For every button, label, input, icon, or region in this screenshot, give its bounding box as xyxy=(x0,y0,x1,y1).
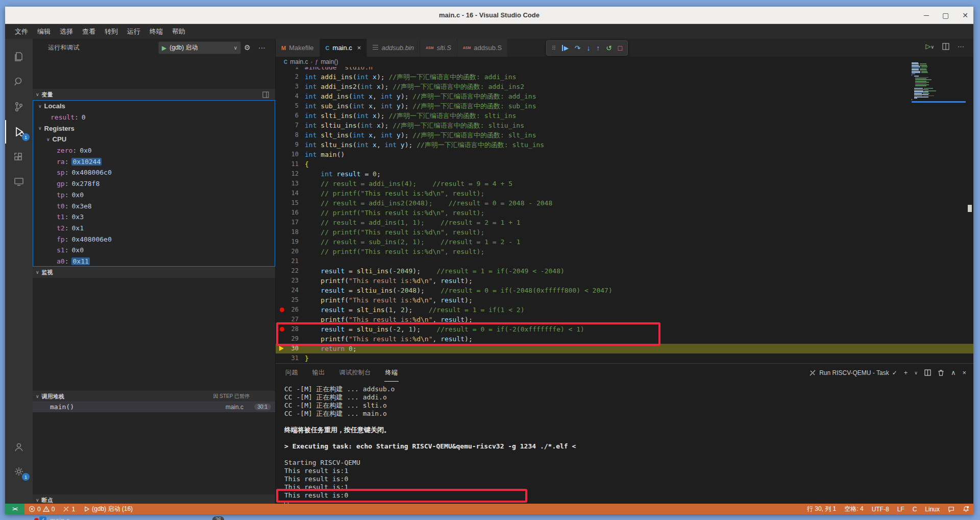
breakpoint-checkbox[interactable]: ✓ xyxy=(39,516,46,520)
variables-section-header[interactable]: ∨ 变量 xyxy=(33,89,275,100)
run-and-debug-icon[interactable]: 1 xyxy=(5,120,33,144)
debug-config-dropdown[interactable]: ▶ (gdb) 启动 ∨ xyxy=(158,41,241,54)
terminal-task-label[interactable]: Run RISCV-QEMU - Task ✓ xyxy=(809,369,897,376)
code-line[interactable]: 30 return 0; xyxy=(276,344,973,353)
stack-frame-row[interactable]: main() main.c 30:1 xyxy=(33,401,275,412)
menu-item[interactable]: 文件 xyxy=(10,25,33,38)
code-line[interactable]: 15 // result = addi_ins2(2048); //result… xyxy=(276,198,973,208)
code-line[interactable]: 11{ xyxy=(276,159,973,169)
variable-row-t2[interactable]: t2:0x1 xyxy=(33,223,275,234)
code-line[interactable]: 6int slti_ins(int x); //声明一下汇编语言中的函数: sl… xyxy=(276,111,973,121)
variables-group-CPU[interactable]: ∨CPU xyxy=(33,134,275,145)
status-item[interactable]: 空格: 4 xyxy=(840,504,867,514)
menu-item[interactable]: 帮助 xyxy=(167,25,190,38)
menu-item[interactable]: 转到 xyxy=(100,25,122,38)
code-line[interactable]: 13 // result = addi_ins(4); //result = 9… xyxy=(276,179,973,188)
step-over-icon[interactable]: ↷ xyxy=(575,44,581,52)
code-line[interactable]: 16 // printf("This result is:%d\n", resu… xyxy=(276,208,973,218)
variable-row-zero[interactable]: zero:0x0 xyxy=(33,145,275,156)
feedback-icon[interactable] xyxy=(944,504,959,514)
explorer-icon[interactable] xyxy=(5,45,33,68)
remote-indicator[interactable]: >< xyxy=(5,504,24,514)
status-item[interactable]: C xyxy=(909,504,921,514)
code-line[interactable]: 9int sltu_ins(int x, int y); //声明一下汇编语言中… xyxy=(276,140,973,150)
debug-session-status[interactable]: (gdb) 启动 (16) xyxy=(79,504,137,514)
menu-item[interactable]: 选择 xyxy=(55,25,78,38)
run-file-icon[interactable]: ▷∨ xyxy=(925,42,934,50)
code-line[interactable]: 18 // printf("This result is:%d\n", resu… xyxy=(276,227,973,237)
code-line[interactable]: 7int sltiu_ins(int x); //声明一下汇编语言中的函数: s… xyxy=(276,121,973,130)
menu-item[interactable]: 编辑 xyxy=(33,25,55,38)
variable-row-sp[interactable]: sp:0x408006c0 xyxy=(33,167,275,178)
code-line[interactable]: 10int main() xyxy=(276,150,973,159)
tab-addsub.S[interactable]: ASMaddsub.S xyxy=(457,39,508,57)
code-line[interactable]: 1#include "stdio.h" xyxy=(276,67,973,72)
accounts-icon[interactable] xyxy=(5,435,33,459)
source-control-icon[interactable] xyxy=(5,95,33,119)
variable-row-tp[interactable]: tp:0x0 xyxy=(33,190,275,201)
tab-Makefile[interactable]: MMakefile xyxy=(276,39,320,57)
menu-item[interactable]: 运行 xyxy=(122,25,145,38)
code-line[interactable]: 4int add_ins(int x, int y); //声明一下汇编语言中的… xyxy=(276,91,973,101)
tab-slti.S[interactable]: ASMslti.S xyxy=(420,39,457,57)
close-icon[interactable]: ✕ xyxy=(962,11,968,19)
variable-row-t0[interactable]: t0:0x3e8 xyxy=(33,200,275,211)
variables-group-Locals[interactable]: ∨Locals xyxy=(33,101,275,112)
code-line[interactable]: 2int addi_ins(int x); //声明一下汇编语言中的函数: ad… xyxy=(276,72,973,82)
code-line[interactable]: 3int addi_ins2(int x); //声明一下汇编语言中的函数: a… xyxy=(276,82,973,91)
status-item[interactable]: LF xyxy=(893,504,909,514)
variable-row-t1[interactable]: t1:0x3 xyxy=(33,211,275,223)
close-tab-icon[interactable]: × xyxy=(357,44,361,52)
drag-grip-icon[interactable]: ⠿ xyxy=(552,45,556,51)
maximize-panel-icon[interactable]: ∧ xyxy=(951,369,956,376)
search-icon[interactable] xyxy=(5,70,33,93)
code-line[interactable]: 23 printf("This result is:%d\n", result)… xyxy=(276,276,973,286)
remote-explorer-icon[interactable] xyxy=(5,170,33,194)
code-line[interactable]: 27 printf("This result is:%d\n", result)… xyxy=(276,315,973,324)
variable-row-ra[interactable]: ra:0x10244 xyxy=(33,156,275,167)
minimize-icon[interactable]: ─ xyxy=(924,11,929,19)
more-actions-icon[interactable]: ··· xyxy=(258,43,265,52)
code-line[interactable]: 31} xyxy=(276,353,973,363)
code-editor[interactable]: 1#include "stdio.h"2int addi_ins(int x);… xyxy=(276,67,973,363)
variable-row-result[interactable]: result:0 xyxy=(33,112,275,123)
notifications-bell-icon[interactable] xyxy=(959,504,973,514)
debug-gear-icon[interactable]: ⚙ xyxy=(244,43,251,52)
open-panel-icon[interactable] xyxy=(262,91,269,98)
variable-row-a0[interactable]: a0:0x11 xyxy=(33,256,275,267)
more-actions-icon[interactable]: ··· xyxy=(958,42,964,50)
status-item[interactable]: 行 30, 列 1 xyxy=(803,504,840,514)
stop-icon[interactable]: □ xyxy=(618,44,622,52)
code-line[interactable]: 21 xyxy=(276,256,973,266)
continue-icon[interactable]: ▶ xyxy=(562,45,569,51)
panel-tab-问题[interactable]: 问题 xyxy=(284,364,299,381)
code-line[interactable]: 25 printf("This result is:%d\n", result)… xyxy=(276,295,973,305)
code-line[interactable]: 22 result = slti_ins(-2049); //result = … xyxy=(276,266,973,276)
code-line[interactable]: 14 // printf("This result is:%d\n", resu… xyxy=(276,188,973,198)
code-line[interactable]: 20 // printf("This result is:%d\n", resu… xyxy=(276,247,973,256)
breadcrumb-file[interactable]: main.c xyxy=(290,58,308,65)
status-item[interactable]: Linux xyxy=(921,504,944,514)
variable-row-gp[interactable]: gp:0x278f8 xyxy=(33,178,275,190)
step-into-icon[interactable]: ↓ xyxy=(586,44,590,52)
new-terminal-icon[interactable]: + xyxy=(904,369,908,376)
tab-addsub.bin[interactable]: addsub.bin xyxy=(367,39,420,57)
terminal-output[interactable]: CC -[M] 正在构建 ... addsub.oCC -[M] 正在构建 ..… xyxy=(276,382,973,504)
breakpoint-row[interactable]: ✓main.c26 xyxy=(33,515,275,520)
settings-gear-icon[interactable]: 1 xyxy=(5,460,33,483)
split-terminal-icon[interactable] xyxy=(924,369,931,376)
code-line[interactable]: 19 // result = sub_ins(2, 1); //result =… xyxy=(276,237,973,247)
variable-row-fp[interactable]: fp:0x408006e0 xyxy=(33,233,275,245)
panel-tab-终端[interactable]: 终端 xyxy=(384,364,399,382)
maximize-icon[interactable]: ▢ xyxy=(942,11,949,19)
step-out-icon[interactable]: ↑ xyxy=(596,44,600,52)
problems-status[interactable]: 0 0 xyxy=(24,504,59,514)
variable-row-s1[interactable]: s1:0x0 xyxy=(33,245,275,256)
code-line[interactable]: 26 result = slt_ins(1, 2); //result = 1 … xyxy=(276,305,973,315)
close-panel-icon[interactable]: × xyxy=(962,369,966,376)
panel-tab-调试控制台[interactable]: 调试控制台 xyxy=(338,364,372,381)
variables-group-Registers[interactable]: ∨Registers xyxy=(33,123,275,134)
call-stack-section-header[interactable]: ∨ 调用堆栈 因 STEP 已暂停 xyxy=(33,391,275,402)
split-editor-icon[interactable] xyxy=(942,43,949,50)
extensions-icon[interactable] xyxy=(5,145,33,169)
